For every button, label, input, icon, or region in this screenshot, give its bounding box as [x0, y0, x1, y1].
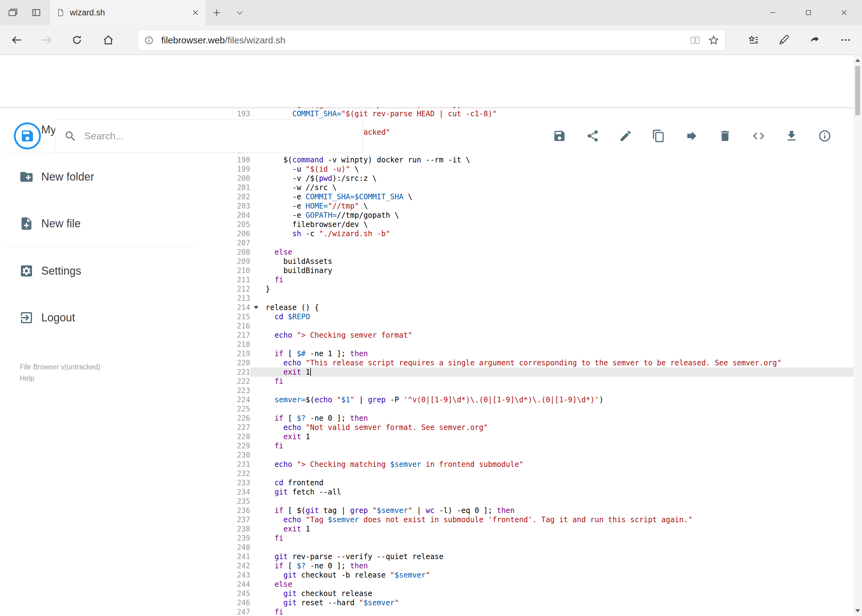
code-line-text[interactable]: sh -c "./wizard.sh -b" — [250, 229, 853, 238]
code-line[interactable]: 229 fi — [231, 441, 853, 451]
code-line[interactable]: 201 -w //src \ — [231, 183, 853, 192]
code-line-text[interactable]: echo "Tag $semver does not exist in subm… — [250, 515, 853, 524]
code-line[interactable]: 215 cd $REPO — [231, 312, 853, 321]
code-line[interactable]: 204 -e GOPATH=//tmp/gopath \ — [231, 211, 853, 220]
code-line-text[interactable]: if [ $(git tag | grep "$semver" | wc -l)… — [250, 506, 853, 515]
code-line-text[interactable]: exit 1 — [250, 368, 853, 377]
code-line-text[interactable] — [250, 321, 853, 331]
home-button[interactable] — [98, 25, 119, 55]
code-line[interactable]: 214release () { — [231, 303, 853, 312]
back-button[interactable] — [6, 25, 27, 55]
new-tab-button[interactable] — [206, 0, 227, 25]
code-line-text[interactable]: filebrowser/dev \ — [250, 220, 853, 229]
fold-marker-icon[interactable] — [254, 306, 258, 309]
code-line[interactable]: 193 COMMIT_SHA="$(git rev-parse HEAD | c… — [231, 109, 853, 118]
code-line[interactable]: 220 echo "This release script requires a… — [231, 358, 853, 368]
code-line-text[interactable]: fi — [250, 607, 853, 616]
set-tabs-aside-icon[interactable] — [6, 6, 20, 20]
code-line-text[interactable]: semver=$(echo "$1" | grep -P '^v(0|[1-9]… — [250, 395, 853, 404]
sidebar-item-new-file[interactable]: New file — [0, 211, 222, 236]
code-line-text[interactable]: git fetch --all — [250, 487, 853, 497]
share-page-icon[interactable] — [804, 25, 826, 55]
code-line[interactable]: 244 else — [231, 580, 853, 589]
sidebar-item-logout[interactable]: Logout — [0, 305, 222, 330]
code-line-text[interactable]: git reset --hard "$semver" — [250, 598, 853, 607]
refresh-button[interactable] — [66, 25, 87, 55]
code-line-text[interactable] — [250, 451, 853, 460]
code-line[interactable]: 199 -u "$(id -u)" \ — [231, 165, 853, 174]
code-line[interactable]: 212} — [231, 284, 853, 294]
code-line[interactable]: 198 $(command -v winpty) docker run --rm… — [231, 155, 853, 165]
page-scrollbar[interactable] — [853, 55, 862, 616]
code-line[interactable]: 219 if [ $# -ne 1 ]; then — [231, 349, 853, 358]
code-line[interactable]: 207 — [231, 238, 853, 248]
code-line-text[interactable] — [250, 469, 853, 478]
code-line-text[interactable]: fi — [250, 275, 853, 284]
filebrowser-logo[interactable] — [14, 123, 41, 149]
code-line-text[interactable] — [250, 497, 853, 506]
help-link[interactable]: Help — [20, 374, 34, 383]
code-line-text[interactable]: if [ $# -ne 1 ]; then — [250, 349, 853, 358]
code-view-button[interactable] — [749, 126, 769, 146]
code-line-text[interactable]: cd frontend — [250, 478, 853, 487]
code-line[interactable]: 221 exit 1 — [231, 368, 853, 377]
code-line[interactable]: 216 — [231, 321, 853, 331]
maximize-button[interactable] — [791, 0, 826, 25]
tab-close-icon[interactable] — [192, 9, 199, 16]
code-line[interactable]: 203 -e HOME="//tmp" \ — [231, 201, 853, 211]
more-menu-icon[interactable] — [835, 25, 856, 55]
code-line-text[interactable]: -v /$(pwd):/src:z \ — [250, 174, 853, 183]
code-line[interactable]: 242 if [ $? -ne 0 ]; then — [231, 561, 853, 570]
code-line-text[interactable]: git rev-parse --verify --quiet release — [250, 552, 853, 561]
code-line[interactable]: 209 buildAssets — [231, 257, 853, 266]
favorite-star-icon[interactable] — [708, 35, 719, 46]
minimize-button[interactable] — [755, 0, 791, 25]
code-line-text[interactable]: echo "Not valid semver format. See semve… — [250, 423, 853, 432]
code-line-text[interactable]: -e HOME="//tmp" \ — [250, 201, 853, 211]
code-line-text[interactable]: if [ $? -ne 0 ]; then — [250, 561, 853, 570]
code-line[interactable]: 202 -e COMMIT_SHA=$COMMIT_SHA \ — [231, 192, 853, 201]
code-line[interactable]: 208 else — [231, 248, 853, 257]
code-line[interactable]: 206 sh -c "./wizard.sh -b" — [231, 229, 853, 238]
code-line[interactable]: 223 — [231, 386, 853, 395]
scroll-up-arrow-icon[interactable] — [853, 55, 862, 66]
code-line[interactable]: 232 — [231, 469, 853, 478]
move-button[interactable] — [682, 126, 702, 146]
tabs-set-aside-icon[interactable] — [29, 6, 43, 20]
code-line-text[interactable]: echo "> Checking matching $semver in fro… — [250, 460, 853, 469]
code-line[interactable]: 227 echo "Not valid semver format. See s… — [231, 423, 853, 432]
code-line[interactable]: 241 git rev-parse --verify --quiet relea… — [231, 552, 853, 561]
tab-preview-chevron-icon[interactable] — [229, 0, 250, 25]
code-line[interactable]: 246 git reset --hard "$semver" — [231, 598, 853, 607]
code-line-text[interactable]: fi — [250, 441, 853, 451]
code-line-text[interactable]: else — [250, 248, 853, 257]
code-line[interactable]: 222 fi — [231, 377, 853, 386]
code-line-text[interactable]: fi — [250, 534, 853, 543]
share-button[interactable] — [583, 126, 603, 146]
code-line[interactable]: 236 if [ $(git tag | grep "$semver" | wc… — [231, 506, 853, 515]
code-line[interactable]: 238 exit 1 — [231, 524, 853, 534]
rename-button[interactable] — [616, 126, 635, 146]
code-line[interactable]: 225 — [231, 404, 853, 414]
code-line-text[interactable]: if [ "$(git status --porcelain)" = "" ];… — [250, 107, 853, 109]
code-line-text[interactable]: git checkout -b release "$semver" — [250, 570, 853, 580]
code-line-text[interactable]: exit 1 — [250, 524, 853, 534]
search-box[interactable] — [55, 119, 363, 153]
reading-view-icon[interactable] — [690, 35, 701, 46]
code-line[interactable]: 211 fi — [231, 275, 853, 284]
search-input[interactable] — [84, 130, 354, 142]
delete-button[interactable] — [715, 126, 735, 146]
code-line-text[interactable]: else — [250, 580, 853, 589]
code-line-text[interactable]: buildBinary — [250, 266, 853, 275]
code-line[interactable]: 230 — [231, 451, 853, 460]
code-line-text[interactable] — [250, 386, 853, 395]
code-line-text[interactable] — [250, 543, 853, 552]
code-line-text[interactable]: echo "> Checking semver format" — [250, 331, 853, 340]
code-line-text[interactable]: -e GOPATH=//tmp/gopath \ — [250, 211, 853, 220]
code-line-text[interactable]: release () { — [250, 303, 853, 312]
code-line[interactable]: 239 fi — [231, 534, 853, 543]
code-line[interactable]: 217 echo "> Checking semver format" — [231, 331, 853, 340]
code-line-text[interactable]: COMMIT_SHA="$(git rev-parse HEAD | cut -… — [250, 109, 853, 118]
code-line[interactable]: 240 — [231, 543, 853, 552]
browser-tab[interactable]: wizard.sh — [49, 0, 206, 25]
